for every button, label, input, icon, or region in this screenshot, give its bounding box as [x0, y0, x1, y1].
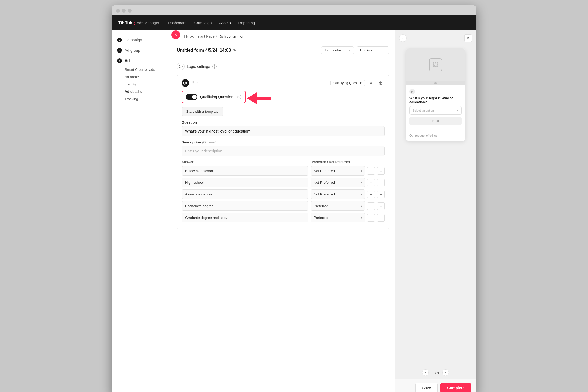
logic-settings-label: Logic settings [187, 64, 210, 69]
pref-dropdown-3[interactable]: Preferred ▾ [311, 201, 365, 211]
nav-links: Dashboard Campaign Assets Reporting [168, 20, 255, 25]
answer-table: Answer Preferred / Not Preferred Not [182, 160, 385, 222]
sidebar-item-ad[interactable]: 3 Ad [112, 56, 171, 66]
color-dropdown-chevron: ▾ [349, 49, 350, 52]
answer-input-3[interactable] [182, 201, 308, 211]
pref-dropdown-2[interactable]: Not Preferred ▾ [311, 189, 365, 199]
question-input[interactable] [182, 126, 385, 136]
modal-close-button[interactable]: × [171, 30, 180, 39]
svg-rect-4 [257, 97, 271, 100]
delete-button[interactable]: 🗑 [377, 79, 385, 87]
logo-dot: : [134, 20, 136, 26]
phone-screen: 🖼 ▶ What's your highest level of educati… [406, 48, 465, 141]
remove-answer-3[interactable]: − [367, 202, 375, 210]
browser-dot-red [116, 9, 120, 13]
nav-campaign[interactable]: Campaign [194, 20, 212, 25]
sidebar-sub-ad-name[interactable]: Ad name [112, 73, 171, 81]
remove-answer-1[interactable]: − [367, 179, 375, 186]
question-field-section: Question [182, 120, 385, 136]
remove-answer-2[interactable]: − [367, 191, 375, 198]
answer-input-0[interactable] [182, 166, 308, 176]
phone-select-box[interactable]: Select an option ▾ [409, 106, 462, 115]
browser-window: TikTok : Ads Manager Dashboard Campaign … [112, 5, 476, 392]
sidebar-item-adgroup[interactable]: ✓ Ad group [112, 45, 171, 56]
pref-dropdown-0[interactable]: Not Preferred ▾ [311, 166, 365, 176]
add-answer-1[interactable]: + [377, 179, 385, 186]
q-actions: Qualifying Question ∧ 🗑 [330, 79, 385, 87]
prev-page-button[interactable]: ‹ [422, 369, 429, 376]
answer-col-header: Answer [182, 160, 310, 164]
phone-question-text: What's your highest level of education? [409, 96, 462, 104]
sidebar-sub-identity[interactable]: Identity [112, 81, 171, 88]
nav-assets[interactable]: Assets [219, 20, 231, 25]
scroll-dot [434, 82, 437, 84]
answer-row-2: Not Preferred ▾ − + [182, 189, 385, 199]
pref-col-header: Preferred / Not Preferred [312, 160, 366, 164]
browser-titlebar [112, 5, 476, 15]
phone-image-placeholder: 🖼 [406, 48, 465, 81]
collapse-button[interactable]: ∧ [367, 79, 375, 87]
phone-next-button[interactable]: Next [409, 117, 462, 125]
sidebar-sub-smart-creative[interactable]: Smart Creative ads [112, 66, 171, 73]
pref-dropdown-chevron-1: ▾ [361, 181, 362, 184]
preview-panel: ← ⚑ 🖼 [395, 30, 476, 392]
preview-header: ← ⚑ [395, 30, 476, 46]
svg-point-2 [180, 67, 181, 68]
sidebar-item-campaign[interactable]: ✓ Campaign [112, 35, 171, 45]
add-answer-4[interactable]: + [377, 214, 385, 222]
browser-dot-yellow [122, 9, 126, 13]
answer-table-header: Answer Preferred / Not Preferred [182, 160, 385, 164]
breadcrumb-link[interactable]: TikTok Instant Page [183, 34, 215, 38]
language-dropdown[interactable]: English ▾ [357, 46, 389, 54]
answer-input-1[interactable] [182, 178, 308, 187]
breadcrumb-current: Rich content form [219, 34, 246, 38]
remove-answer-0[interactable]: − [367, 167, 375, 175]
next-page-button[interactable]: › [442, 369, 449, 376]
answer-row-1: Not Preferred ▾ − + [182, 178, 385, 187]
remove-answer-4[interactable]: − [367, 214, 375, 222]
description-field-section: Description (Optional) [182, 140, 385, 156]
modal-body: Logic settings ? Q1 ⠿ ≡ [171, 58, 395, 392]
start-template-button[interactable]: Start with a template [182, 107, 223, 116]
sidebar-sub-tracking[interactable]: Tracking [112, 95, 171, 103]
actions-col-header [368, 160, 385, 164]
add-answer-2[interactable]: + [377, 191, 385, 198]
modal-header: Untitled form 4/5/24, 14:03 ✎ Light colo… [171, 42, 395, 58]
bottom-bar: Save Complete [395, 379, 476, 392]
language-dropdown-chevron: ▾ [384, 49, 386, 52]
complete-button[interactable]: Complete [440, 383, 471, 392]
top-nav: TikTok : Ads Manager Dashboard Campaign … [112, 15, 476, 30]
qualifying-toggle[interactable] [186, 94, 197, 100]
nav-dashboard[interactable]: Dashboard [168, 20, 187, 25]
logic-help-icon: ? [212, 64, 217, 69]
qualifying-help-icon: ? [237, 95, 241, 99]
breadcrumb: TikTok Instant Page / Rich content form [171, 30, 395, 42]
add-answer-3[interactable]: + [377, 202, 385, 210]
question-field-label: Question [182, 120, 385, 124]
red-arrow-indicator [247, 92, 271, 105]
main-layout: ✓ Campaign ✓ Ad group 3 Ad Smart Creativ… [112, 30, 476, 392]
add-answer-0[interactable]: + [377, 167, 385, 175]
nav-reporting[interactable]: Reporting [238, 20, 255, 25]
edit-title-icon[interactable]: ✎ [233, 48, 236, 53]
preview-back-button[interactable]: ← [399, 34, 407, 42]
answer-input-2[interactable] [182, 189, 308, 199]
breadcrumb-separator: / [216, 34, 217, 38]
sidebar-sub-ad-details[interactable]: Ad details [112, 88, 171, 95]
drag-handle[interactable]: ⠿ [191, 81, 194, 85]
pref-dropdown-4[interactable]: Preferred ▾ [311, 213, 365, 222]
modal-dialog: × TikTok Instant Page / Rich content for… [171, 30, 476, 392]
logic-toggle-button[interactable] [177, 63, 185, 70]
phone-question-area: ▶ What's your highest level of education… [406, 85, 465, 131]
answer-input-4[interactable] [182, 213, 308, 222]
pref-dropdown-chevron-4: ▾ [361, 216, 362, 219]
browser-content: TikTok : Ads Manager Dashboard Campaign … [112, 15, 476, 392]
pref-dropdown-1[interactable]: Not Preferred ▾ [311, 178, 365, 187]
q1-badge: Q1 [182, 79, 189, 87]
question-block: Q1 ⠿ ≡ Qualifying Question ∧ 🗑 [177, 75, 389, 229]
save-button[interactable]: Save [415, 383, 438, 392]
image-icon: 🖼 [429, 58, 442, 71]
preview-flag-button[interactable]: ⚑ [464, 34, 472, 42]
description-input[interactable] [182, 146, 385, 156]
color-dropdown[interactable]: Light color ▾ [321, 46, 354, 54]
